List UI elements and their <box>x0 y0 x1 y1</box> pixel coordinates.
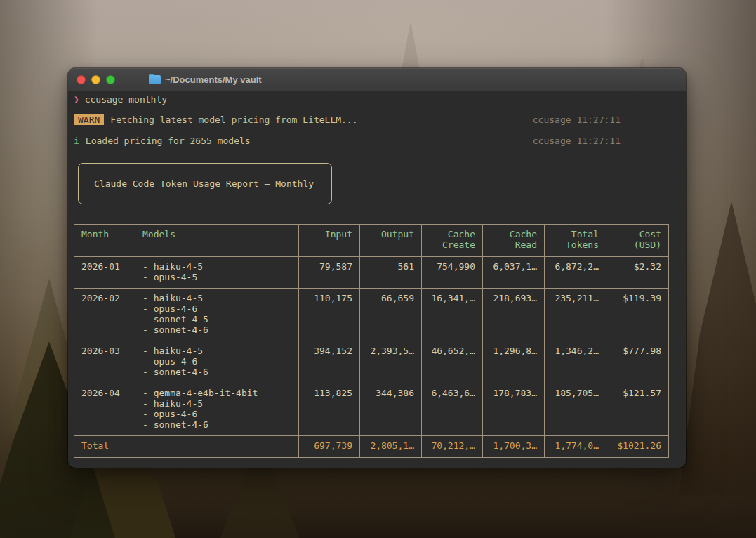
table-total-row: Total 697,739 2,805,1… 70,212,… 1,700,3…… <box>74 436 669 458</box>
desktop-background: ~/Documents/My vault ❯ ccusage monthly W… <box>0 0 756 538</box>
cell-cache-create: 6,463,6… <box>422 383 483 436</box>
cell-models-empty <box>135 436 299 458</box>
cell-input: 394,152 <box>299 341 360 383</box>
command-line: ❯ ccusage monthly <box>74 94 680 105</box>
col-header-total-tokens: Total Tokens <box>545 225 606 257</box>
cell-total-label: Total <box>74 436 135 458</box>
cell-total-tokens: 185,705… <box>545 383 606 436</box>
cell-output: 66,659 <box>360 289 422 341</box>
cell-total-tokens: 1,346,2… <box>545 341 606 383</box>
cell-cache-read: 178,783… <box>483 383 545 436</box>
terminal-window: ~/Documents/My vault ❯ ccusage monthly W… <box>68 68 686 468</box>
model-item: - haiku-4-5 <box>142 261 291 272</box>
model-item: - sonnet-4-5 <box>142 314 291 324</box>
model-item: - sonnet-4-6 <box>142 419 291 430</box>
cell-models: - haiku-4-5 - opus-4-6 - sonnet-4-6 <box>135 341 299 383</box>
cell-cost: $2.32 <box>606 257 669 289</box>
minimize-button[interactable] <box>91 75 100 84</box>
cell-output: 2,393,5… <box>360 341 422 383</box>
cell-input: 697,739 <box>299 436 360 458</box>
cell-cache-read: 218,693… <box>483 289 545 341</box>
table-row: 2026-04 - gemma-4-e4b-it-4bit - haiku-4-… <box>74 383 669 436</box>
cell-cache-create: 70,212,… <box>422 436 483 458</box>
log-message: Fetching latest model pricing from LiteL… <box>110 114 357 125</box>
terminal-content[interactable]: ❯ ccusage monthly WARN Fetching latest m… <box>68 91 686 458</box>
table-header-row: Month Models Input Output Cache Create C… <box>74 225 669 257</box>
cell-models: - gemma-4-e4b-it-4bit - haiku-4-5 - opus… <box>135 383 299 436</box>
folder-icon <box>149 75 161 84</box>
cell-total-tokens: 235,211… <box>545 289 606 341</box>
col-header-month: Month <box>74 225 135 257</box>
cell-output: 561 <box>360 257 422 289</box>
table-row: 2026-02 - haiku-4-5 - opus-4-6 - sonnet-… <box>74 289 669 341</box>
model-item: - haiku-4-5 <box>142 398 291 409</box>
cell-cache-read: 6,037,1… <box>483 257 545 289</box>
log-timestamp: ccusage 11:27:11 <box>533 114 621 125</box>
cell-cache-create: 16,341,… <box>422 289 483 341</box>
cell-month: 2026-04 <box>74 383 135 436</box>
cell-month: 2026-02 <box>74 289 135 341</box>
cell-cache-read: 1,700,3… <box>483 436 545 458</box>
model-item: - haiku-4-5 <box>142 293 291 303</box>
cell-input: 113,825 <box>299 383 360 436</box>
model-item: - gemma-4-e4b-it-4bit <box>142 388 291 398</box>
cell-month: 2026-03 <box>74 341 135 383</box>
cell-input: 79,587 <box>299 257 360 289</box>
window-title: ~/Documents/My vault <box>165 74 262 85</box>
report-title: Claude Code Token Usage Report – Monthly <box>94 178 314 189</box>
cell-cache-create: 46,652,… <box>422 341 483 383</box>
model-item: - sonnet-4-6 <box>142 324 291 335</box>
info-icon: i <box>74 136 79 146</box>
col-header-cache-read: Cache Read <box>483 225 545 257</box>
col-header-cost: Cost (USD) <box>606 225 669 257</box>
col-header-cache-create: Cache Create <box>422 225 483 257</box>
cell-total-tokens: 1,774,0… <box>545 436 606 458</box>
log-line-info: i Loaded pricing for 2655 models ccusage… <box>74 136 680 146</box>
traffic-lights <box>77 75 115 84</box>
cell-cost: $119.39 <box>606 289 669 341</box>
cell-month: 2026-01 <box>74 257 135 289</box>
log-line-warn: WARN Fetching latest model pricing from … <box>74 114 680 125</box>
cell-total-tokens: 6,872,2… <box>545 257 606 289</box>
command-text: ccusage monthly <box>85 94 167 105</box>
cell-cost: $1021.26 <box>606 436 669 458</box>
usage-table: Month Models Input Output Cache Create C… <box>74 224 669 458</box>
prompt-symbol: ❯ <box>74 94 85 105</box>
cell-cache-create: 754,990 <box>422 257 483 289</box>
model-item: - opus-4-6 <box>142 303 291 314</box>
model-item: - opus-4-6 <box>142 409 291 419</box>
warn-badge: WARN <box>74 114 104 125</box>
model-item: - opus-4-5 <box>142 272 291 282</box>
log-timestamp: ccusage 11:27:11 <box>533 136 621 146</box>
cell-output: 2,805,1… <box>360 436 422 458</box>
table-row: 2026-03 - haiku-4-5 - opus-4-6 - sonnet-… <box>74 341 669 383</box>
cell-input: 110,175 <box>299 289 360 341</box>
cell-models: - haiku-4-5 - opus-4-5 <box>135 257 299 289</box>
model-item: - haiku-4-5 <box>142 346 291 356</box>
log-message: Loaded pricing for 2655 models <box>86 136 251 146</box>
model-item: - sonnet-4-6 <box>142 367 291 377</box>
col-header-models: Models <box>135 225 299 257</box>
cell-models: - haiku-4-5 - opus-4-6 - sonnet-4-5 - so… <box>135 289 299 341</box>
cell-cost: $121.57 <box>606 383 669 436</box>
tree-silhouette <box>679 201 756 496</box>
table-row: 2026-01 - haiku-4-5 - opus-4-5 79,587 56… <box>74 257 669 289</box>
model-item: - opus-4-6 <box>142 356 291 367</box>
window-titlebar[interactable]: ~/Documents/My vault <box>68 68 686 91</box>
cell-output: 344,386 <box>360 383 422 436</box>
col-header-input: Input <box>299 225 360 257</box>
report-title-box: Claude Code Token Usage Report – Monthly <box>78 163 332 204</box>
col-header-output: Output <box>360 225 422 257</box>
window-title-group: ~/Documents/My vault <box>149 74 262 85</box>
zoom-button[interactable] <box>106 75 115 84</box>
cell-cost: $777.98 <box>606 341 669 383</box>
cell-cache-read: 1,296,8… <box>483 341 545 383</box>
close-button[interactable] <box>77 75 86 84</box>
